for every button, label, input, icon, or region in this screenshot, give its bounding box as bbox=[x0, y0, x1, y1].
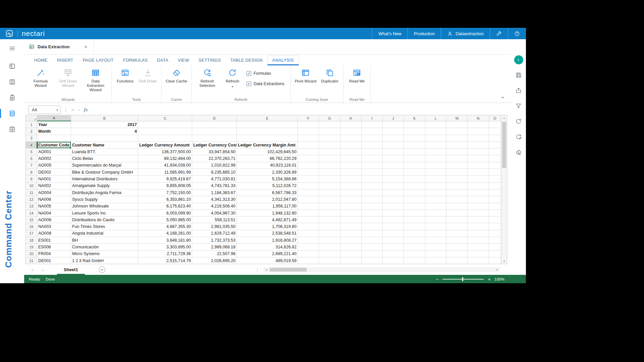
row-header-19[interactable]: 19 bbox=[26, 244, 37, 250]
cell-I12[interactable] bbox=[362, 196, 383, 203]
cell-F11[interactable] bbox=[298, 189, 319, 196]
cell-N18[interactable] bbox=[468, 237, 489, 244]
cell-H5[interactable] bbox=[340, 148, 362, 155]
cell-L14[interactable] bbox=[425, 210, 446, 217]
cell-O12[interactable] bbox=[489, 196, 501, 203]
cell-L12[interactable] bbox=[425, 196, 446, 203]
cell-I14[interactable] bbox=[362, 210, 383, 217]
cell-N11[interactable] bbox=[468, 189, 489, 196]
right-rail-share-button[interactable] bbox=[515, 87, 522, 95]
zoom-in-button[interactable]: + bbox=[488, 277, 490, 282]
doc-tab-data-extraction[interactable]: Data Extraction ✕ bbox=[24, 39, 94, 54]
cell-N3[interactable] bbox=[468, 135, 489, 142]
cell-L7[interactable] bbox=[425, 162, 446, 169]
cell-K12[interactable] bbox=[404, 196, 425, 203]
cell-K1[interactable] bbox=[404, 121, 425, 128]
cell-F16[interactable] bbox=[298, 223, 319, 230]
splitter-handle[interactable]: ⋮ bbox=[255, 267, 260, 272]
cell-F6[interactable] bbox=[298, 155, 319, 162]
cell-H12[interactable] bbox=[340, 196, 362, 203]
cell-K15[interactable] bbox=[404, 217, 425, 223]
ribbon-button-formula-wizard[interactable]: Formula Wizard bbox=[27, 65, 54, 88]
ribbon-tab-page-layout[interactable]: PAGE LAYOUT bbox=[78, 55, 118, 65]
cell-A2[interactable]: Month bbox=[37, 128, 71, 135]
ribbon-tab-formulas[interactable]: FORMULAS bbox=[118, 55, 152, 65]
cell-L16[interactable] bbox=[425, 223, 446, 230]
cell-N5[interactable] bbox=[468, 148, 489, 155]
cell-M19[interactable] bbox=[446, 244, 468, 250]
cell-C11[interactable]: 7,752,150.00 bbox=[138, 189, 192, 196]
cell-M15[interactable] bbox=[446, 217, 468, 223]
left-rail-dashboard-button[interactable] bbox=[0, 58, 24, 74]
cell-E1[interactable] bbox=[237, 121, 298, 128]
row-header-11[interactable]: 11 bbox=[26, 189, 37, 196]
row-header-17[interactable]: 17 bbox=[26, 230, 37, 237]
cell-G7[interactable] bbox=[319, 162, 340, 169]
formula-input[interactable] bbox=[91, 105, 506, 114]
cell-A5[interactable]: AO001 bbox=[37, 148, 71, 155]
row-header-15[interactable]: 15 bbox=[26, 217, 37, 223]
cell-J4[interactable] bbox=[383, 142, 404, 148]
cell-G17[interactable] bbox=[319, 230, 340, 237]
right-rail-filter-button[interactable] bbox=[515, 103, 522, 111]
cell-D11[interactable]: 1,184,363.67 bbox=[192, 189, 237, 196]
cell-A21[interactable]: DE001 bbox=[37, 257, 71, 264]
left-rail-clipboard-button[interactable] bbox=[0, 90, 24, 106]
sheet-nav-next-icon[interactable]: › bbox=[42, 267, 44, 272]
cell-C13[interactable]: 6,175,623.40 bbox=[138, 203, 192, 210]
cell-A19[interactable]: ES008 bbox=[37, 244, 71, 250]
cell-D19[interactable]: 2,989,068.18 bbox=[192, 244, 237, 250]
cell-E21[interactable]: 489,019.59 bbox=[237, 257, 298, 264]
vertical-scrollbar-thumb[interactable] bbox=[502, 122, 506, 168]
cell-G11[interactable] bbox=[319, 189, 340, 196]
right-rail-eraser-button[interactable] bbox=[515, 149, 522, 157]
cell-I15[interactable] bbox=[362, 217, 383, 223]
cell-L21[interactable] bbox=[425, 257, 446, 264]
cell-F2[interactable] bbox=[298, 128, 319, 135]
right-rail-save-button[interactable] bbox=[515, 72, 522, 80]
cell-O5[interactable] bbox=[489, 148, 501, 155]
row-header-4[interactable]: 4 bbox=[26, 142, 37, 148]
cell-A15[interactable]: AO006 bbox=[37, 217, 71, 223]
ribbon-checkbox-formulas[interactable]: ✓Formulas bbox=[247, 71, 284, 76]
cell-G1[interactable] bbox=[319, 121, 340, 128]
cell-A4[interactable]: Customer Code bbox=[37, 142, 71, 148]
cell-C10[interactable]: 9,855,808.05 bbox=[138, 183, 192, 189]
cell-H10[interactable] bbox=[340, 183, 362, 189]
cell-J15[interactable] bbox=[383, 217, 404, 223]
cell-K16[interactable] bbox=[404, 223, 425, 230]
cell-O18[interactable] bbox=[489, 237, 501, 244]
cell-O11[interactable] bbox=[489, 189, 501, 196]
cell-N10[interactable] bbox=[468, 183, 489, 189]
scroll-up-icon[interactable]: ▲ bbox=[501, 115, 507, 120]
cell-L6[interactable] bbox=[425, 155, 446, 162]
cell-O20[interactable] bbox=[489, 251, 501, 257]
cell-J12[interactable] bbox=[383, 196, 404, 203]
cell-D21[interactable]: 2,026,695.20 bbox=[192, 257, 237, 264]
cell-G19[interactable] bbox=[319, 244, 340, 250]
cell-O13[interactable] bbox=[489, 203, 501, 210]
row-header-3[interactable]: 3 bbox=[26, 135, 37, 142]
cell-K4[interactable] bbox=[404, 142, 425, 148]
cell-C14[interactable]: 6,003,099.90 bbox=[138, 210, 192, 217]
cell-I17[interactable] bbox=[362, 230, 383, 237]
cell-A7[interactable]: AO005 bbox=[37, 162, 71, 169]
cell-L10[interactable] bbox=[425, 183, 446, 189]
cell-E20[interactable]: 2,689,221.40 bbox=[237, 251, 298, 257]
column-header-K[interactable]: K bbox=[404, 115, 425, 121]
right-rail-refresh-edit-button[interactable] bbox=[515, 133, 522, 141]
cell-J19[interactable] bbox=[383, 244, 404, 250]
cell-H18[interactable] bbox=[340, 237, 362, 244]
cell-L3[interactable] bbox=[425, 135, 446, 142]
cell-H21[interactable] bbox=[340, 257, 362, 264]
cell-N17[interactable] bbox=[468, 230, 489, 237]
cell-E13[interactable]: 1,956,117.00 bbox=[237, 203, 298, 210]
row-header-21[interactable]: 21 bbox=[26, 257, 37, 264]
column-header-O[interactable]: O bbox=[489, 115, 501, 121]
cell-L2[interactable] bbox=[425, 128, 446, 135]
close-icon[interactable]: ✕ bbox=[83, 44, 89, 50]
cell-J1[interactable] bbox=[383, 121, 404, 128]
left-rail-box-heart-button[interactable] bbox=[0, 121, 24, 137]
cell-D20[interactable]: 22,507.96 bbox=[192, 251, 237, 257]
cell-C6[interactable]: 89,132,484.00 bbox=[138, 155, 192, 162]
